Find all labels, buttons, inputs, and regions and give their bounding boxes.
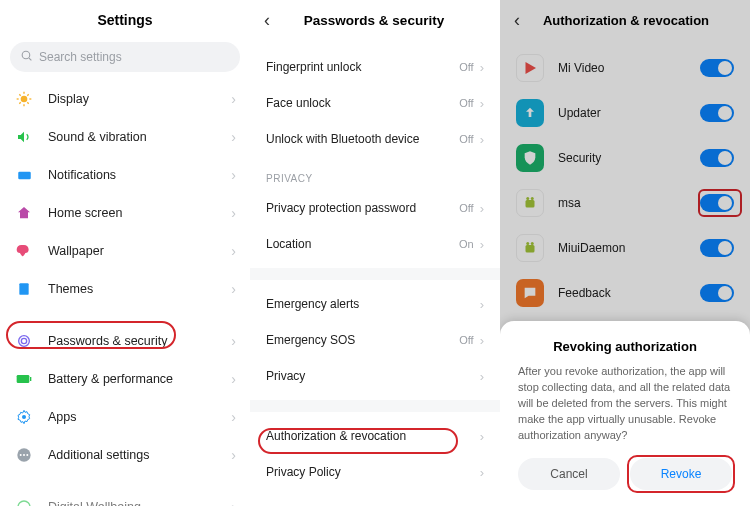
svg-rect-15 [17,375,30,383]
revoke-dialog: Revoking authorization After you revoke … [500,321,750,506]
settings-row-wallpaper[interactable]: Wallpaper› [0,232,250,270]
chevron-right-icon: › [231,371,236,387]
dialog-body: After you revoke authorization, the app … [518,364,732,444]
notifications-icon [14,165,34,185]
settings-row-passwords-security[interactable]: Passwords & security› [0,322,250,360]
row-location[interactable]: LocationOn› [250,226,500,262]
authorization-revocation-panel: ‹ Authorization & revocation Mi Video Up… [500,0,750,506]
svg-rect-12 [19,283,28,295]
svg-point-17 [22,415,26,419]
row-authorization-revocation[interactable]: Authorization & revocation› [250,418,500,454]
svg-rect-11 [18,171,31,179]
panel-header: ‹ Passwords & security [250,0,500,39]
row-privacy-policy[interactable]: Privacy Policy› [250,454,500,490]
chevron-right-icon: › [231,499,236,506]
chevron-right-icon: › [480,132,484,147]
settings-row-themes[interactable]: Themes› [0,270,250,308]
dots-icon [14,445,34,465]
svg-point-19 [20,454,22,456]
home-icon [14,203,34,223]
settings-panel: Settings Search settings Display› Sound … [0,0,250,506]
svg-point-13 [19,336,30,347]
settings-row-battery[interactable]: Battery & performance› [0,360,250,398]
passwords-security-panel: ‹ Passwords & security Fingerprint unloc… [250,0,500,506]
svg-line-9 [19,102,20,103]
chevron-right-icon: › [231,447,236,463]
chevron-right-icon: › [480,429,484,444]
chevron-right-icon: › [231,129,236,145]
row-privacy-password[interactable]: Privacy protection passwordOff› [250,190,500,226]
page-title: Settings [0,0,250,38]
chevron-right-icon: › [231,205,236,221]
chevron-right-icon: › [231,281,236,297]
fingerprint-icon [14,331,34,351]
cancel-button[interactable]: Cancel [518,458,620,490]
chevron-right-icon: › [231,91,236,107]
settings-row-sound[interactable]: Sound & vibration› [0,118,250,156]
chevron-right-icon: › [480,60,484,75]
svg-point-2 [21,96,28,103]
dim-overlay [500,0,750,336]
svg-line-7 [19,94,20,95]
search-placeholder: Search settings [39,50,122,64]
settings-row-wellbeing[interactable]: Digital Wellbeing› [0,488,250,506]
display-icon [14,89,34,109]
chevron-right-icon: › [231,243,236,259]
page-title: Passwords & security [280,13,468,28]
settings-row-apps[interactable]: Apps› [0,398,250,436]
svg-point-0 [22,51,30,59]
chevron-right-icon: › [480,369,484,384]
chevron-right-icon: › [480,237,484,252]
row-privacy[interactable]: Privacy› [250,358,500,394]
dialog-title: Revoking authorization [518,339,732,354]
svg-point-20 [23,454,25,456]
section-privacy-label: PRIVACY [250,157,500,190]
svg-line-10 [27,94,28,95]
back-button[interactable]: ‹ [264,10,270,31]
svg-point-21 [26,454,28,456]
svg-line-1 [29,58,31,60]
settings-group-1: Display› Sound & vibration› Notification… [0,80,250,308]
svg-point-14 [21,338,26,343]
chevron-right-icon: › [480,201,484,216]
wallpaper-icon [14,241,34,261]
svg-point-22 [18,501,30,506]
row-bluetooth[interactable]: Unlock with Bluetooth deviceOff› [250,121,500,157]
sound-icon [14,127,34,147]
search-input[interactable]: Search settings [10,42,240,72]
svg-line-8 [27,102,28,103]
revoke-button[interactable]: Revoke [630,458,732,490]
svg-rect-16 [30,377,31,381]
settings-row-additional[interactable]: Additional settings› [0,436,250,474]
chevron-right-icon: › [231,333,236,349]
themes-icon [14,279,34,299]
settings-row-notifications[interactable]: Notifications› [0,156,250,194]
wellbeing-icon [14,497,34,506]
chevron-right-icon: › [480,465,484,480]
row-emergency-sos[interactable]: Emergency SOSOff› [250,322,500,358]
gear-icon [14,407,34,427]
row-face[interactable]: Face unlockOff› [250,85,500,121]
settings-row-display[interactable]: Display› [0,80,250,118]
row-emergency-alerts[interactable]: Emergency alerts› [250,286,500,322]
chevron-right-icon: › [231,409,236,425]
settings-group-2: Passwords & security› Battery & performa… [0,322,250,474]
chevron-right-icon: › [480,333,484,348]
chevron-right-icon: › [231,167,236,183]
row-fingerprint[interactable]: Fingerprint unlockOff› [250,49,500,85]
battery-icon [14,369,34,389]
settings-row-home[interactable]: Home screen› [0,194,250,232]
chevron-right-icon: › [480,96,484,111]
chevron-right-icon: › [480,297,484,312]
search-icon [20,49,39,65]
